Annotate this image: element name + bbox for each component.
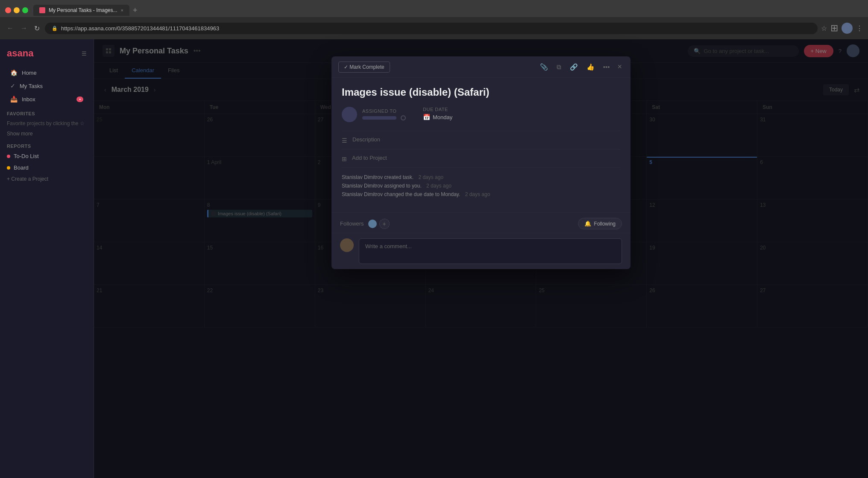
favorites-section-title: Favorites <box>0 106 94 118</box>
forward-button[interactable]: → <box>19 23 29 34</box>
browser-tab[interactable]: My Personal Tasks - Images... × <box>33 5 129 16</box>
create-project-button[interactable]: + Create a Project <box>0 173 94 185</box>
project-add-icon: ⊞ <box>342 155 347 162</box>
minimize-traffic-light[interactable] <box>14 7 20 13</box>
inbox-icon: 📥 <box>10 96 18 103</box>
browser-toolbar: ← → ↻ 🔒 https://app.asana.com/0/35885720… <box>0 17 868 39</box>
activity-feed: Stanislav Dimitrov created task. 2 days … <box>342 167 620 204</box>
modal-overlay: ✓ Mark Complete 📎 ⧉ 🔗 👍 ••• × Images iss… <box>94 39 868 478</box>
calendar-icon: 📅 <box>423 114 430 120</box>
sidebar-menu-button[interactable]: ☰ <box>82 50 87 57</box>
sidebar-logo-area: asana ☰ <box>0 44 94 66</box>
browser-tab-bar: My Personal Tasks - Images... × + <box>0 0 868 17</box>
due-date-label: Due Date <box>423 107 452 112</box>
sidebar: asana ☰ 🏠 Home ✓ My Tasks 📥 Inbox • Favo… <box>0 39 94 478</box>
activity-time: 2 days ago <box>465 191 490 197</box>
tab-close-button[interactable]: × <box>121 8 123 13</box>
assigned-to-label: Assigned To <box>362 109 406 114</box>
sidebar-my-tasks-label: My Tasks <box>20 83 43 89</box>
add-to-project-label: Add to Project <box>352 155 387 161</box>
tab-favicon <box>39 7 45 13</box>
assignee-group: Assigned To <box>362 109 406 120</box>
mark-complete-button[interactable]: ✓ Mark Complete <box>338 62 390 73</box>
maximize-traffic-light[interactable] <box>22 7 28 13</box>
sidebar-home-label: Home <box>22 70 37 76</box>
attachment-icon[interactable]: 📎 <box>537 62 551 73</box>
follower-avatar <box>367 219 378 229</box>
due-date-text: Monday <box>433 114 452 120</box>
assignee-value <box>362 115 406 120</box>
comment-area: Write a comment... <box>340 238 622 264</box>
activity-item-0: Stanislav Dimitrov created task. 2 days … <box>342 173 620 182</box>
reports-section-title: Reports <box>0 138 94 150</box>
todo-dot-icon <box>7 155 10 158</box>
comment-placeholder: Write a comment... <box>365 243 412 249</box>
add-to-project-content[interactable]: Add to Project <box>352 155 620 161</box>
modal-body: Images issue (disable) (Safari) Assigned… <box>331 78 630 212</box>
browser-menu-button[interactable]: ⋮ <box>856 24 863 32</box>
activity-actor: Stanislav Dimitrov assigned to you. <box>342 183 422 189</box>
profile-button[interactable] <box>842 23 853 34</box>
favorites-placeholder: Favorite projects by clicking the ☆ <box>0 118 94 129</box>
activity-actor: Stanislav Dimitrov changed the due date … <box>342 191 460 197</box>
sidebar-inbox-label: Inbox <box>22 96 35 103</box>
link-icon[interactable]: 🔗 <box>567 62 581 73</box>
sidebar-todo-label: To-Do List <box>14 153 39 159</box>
modal-close-button[interactable]: × <box>616 61 624 73</box>
modal-footer: Write a comment... <box>331 233 630 269</box>
activity-actor: Stanislav Dimitrov created task. <box>342 174 413 180</box>
add-to-project-section: ⊞ Add to Project <box>342 149 620 167</box>
description-section: ☰ Description <box>342 131 620 149</box>
asana-logo: asana <box>7 48 33 59</box>
duplicate-icon[interactable]: ⧉ <box>554 62 564 73</box>
activity-item-2: Stanislav Dimitrov changed the due date … <box>342 190 620 199</box>
inbox-badge: • <box>76 97 83 102</box>
my-tasks-icon: ✓ <box>10 82 15 89</box>
more-options-icon[interactable]: ••• <box>601 62 613 72</box>
add-follower-button[interactable]: + <box>379 219 390 229</box>
tab-title: My Personal Tasks - Images... <box>49 7 117 13</box>
show-more-button[interactable]: Show more <box>0 129 94 138</box>
assignee-bar <box>362 116 396 120</box>
description-label: Description <box>352 136 380 143</box>
due-date-value: 📅 Monday <box>423 114 452 120</box>
task-title: Images issue (disable) (Safari) <box>342 86 620 98</box>
followers-label: Followers <box>340 220 364 227</box>
extensions-button[interactable]: ⊞ <box>830 23 838 34</box>
commenter-avatar <box>340 238 354 252</box>
task-meta: Assigned To Due Date 📅 Monday <box>342 107 620 122</box>
following-label: Following <box>594 221 616 227</box>
traffic-lights <box>5 7 28 13</box>
comment-input[interactable]: Write a comment... <box>359 238 622 264</box>
sidebar-item-todo[interactable]: To-Do List <box>0 150 94 162</box>
bell-icon: 🔔 <box>584 220 591 227</box>
following-button[interactable]: 🔔 Following <box>578 218 622 229</box>
refresh-button[interactable]: ↻ <box>32 23 41 34</box>
bookmark-button[interactable]: ☆ <box>821 24 827 32</box>
description-content[interactable]: Description <box>352 136 620 143</box>
sidebar-item-home[interactable]: 🏠 Home <box>3 66 90 79</box>
browser-chrome: My Personal Tasks - Images... × + ← → ↻ … <box>0 0 868 39</box>
sidebar-item-my-tasks[interactable]: ✓ My Tasks <box>3 79 90 92</box>
board-dot-icon <box>7 166 10 170</box>
due-date-group: Due Date 📅 Monday <box>423 107 452 120</box>
sidebar-board-label: Board <box>14 164 29 171</box>
lock-icon: 🔒 <box>52 26 58 31</box>
new-tab-button[interactable]: + <box>133 6 138 15</box>
like-icon[interactable]: 👍 <box>584 62 597 73</box>
back-button[interactable]: ← <box>5 23 15 34</box>
assignee-circle-icon <box>401 115 406 120</box>
activity-time: 2 days ago <box>426 183 452 189</box>
task-modal: ✓ Mark Complete 📎 ⧉ 🔗 👍 ••• × Images iss… <box>331 56 630 269</box>
activity-time: 2 days ago <box>418 174 443 180</box>
close-traffic-light[interactable] <box>5 7 11 13</box>
followers-row: Followers + 🔔 Following <box>331 212 630 233</box>
sidebar-item-board[interactable]: Board <box>0 162 94 173</box>
home-icon: 🏠 <box>10 69 18 76</box>
modal-toolbar: ✓ Mark Complete 📎 ⧉ 🔗 👍 ••• × <box>331 56 630 78</box>
address-bar[interactable]: 🔒 https://app.asana.com/0/35885720134448… <box>45 23 818 34</box>
description-icon: ☰ <box>342 137 347 144</box>
url-text: https://app.asana.com/0/358857201344481/… <box>61 25 219 32</box>
assignee-avatar <box>342 107 357 122</box>
sidebar-item-inbox[interactable]: 📥 Inbox • <box>3 93 90 106</box>
